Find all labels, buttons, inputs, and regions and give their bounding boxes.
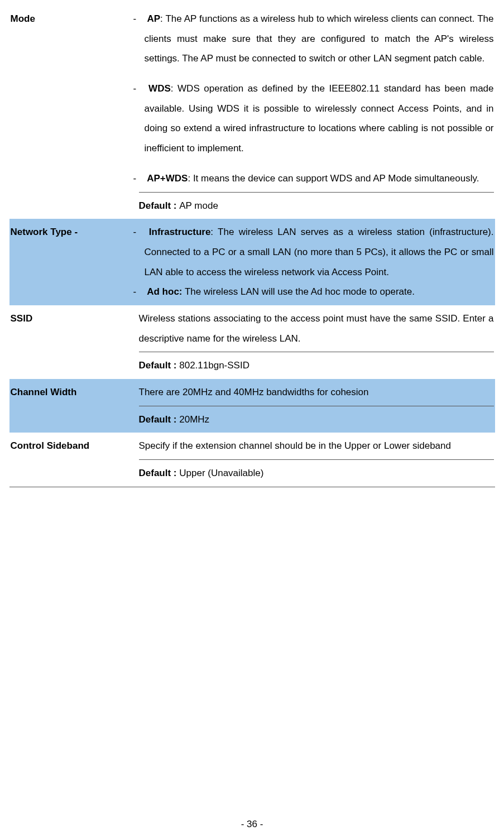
ssid-default: Default : 802.11bgn-SSID [139,356,494,376]
chwidth-text: There are 20MHz and 40MHz bandwidths for… [139,382,494,402]
default-label: Default : [139,200,180,211]
default-label: Default : [139,468,180,478]
network-adhoc-bold: Ad hoc: [147,286,182,297]
mode-ap-bold: AP [147,13,160,24]
bullet-dash: - [139,282,145,302]
mode-apwds-item: - AP+WDS: It means the device can suppor… [139,169,494,189]
mode-default: Default : AP mode [139,196,494,216]
network-infra-item: - Infrastructure: The wireless LAN serve… [139,222,494,282]
chwidth-default: Default : 20MHz [139,410,494,430]
row-channel-width: Channel Width There are 20MHz and 40MHz … [9,379,495,433]
divider [139,459,494,460]
bullet-dash: - [139,9,145,29]
label-ssid: SSID [9,305,138,379]
mode-apwds-bold: AP+WDS [147,173,188,184]
settings-table: Mode - AP: The AP functions as a wireles… [9,6,495,487]
page-container: Mode - AP: The AP functions as a wireles… [0,6,504,840]
bullet-dash: - [139,79,145,99]
label-mode: Mode [9,6,138,219]
bullet-dash: - [139,222,145,242]
mode-ap-text: : The AP functions as a wireless hub to … [145,13,494,64]
mode-ap-item: - AP: The AP functions as a wireless hub… [139,9,494,69]
sideband-default: Default : Upper (Unavailable) [139,463,494,483]
default-value: Upper (Unavailable) [179,468,263,478]
default-value: 802.11bgn-SSID [179,360,249,371]
row-control-sideband: Control Sideband Specify if the extensio… [9,433,495,487]
default-value: 20MHz [179,414,209,425]
desc-network-type: - Infrastructure: The wireless LAN serve… [138,219,495,305]
network-infra-bold: Infrastructure [149,227,211,237]
bullet-dash: - [139,169,145,189]
network-adhoc-text: The wireless LAN will use the Ad hoc mod… [183,286,415,297]
mode-wds-bold: WDS [148,83,171,94]
desc-mode: - AP: The AP functions as a wireless hub… [138,6,495,219]
page-number: - 36 - [0,819,504,830]
desc-control-sideband: Specify if the extension channel should … [138,433,495,487]
ssid-text: Wireless stations associating to the acc… [139,309,494,348]
row-network-type: Network Type - - Infrastructure: The wir… [9,219,495,305]
default-label: Default : [139,360,180,371]
label-channel-width: Channel Width [9,379,138,433]
network-adhoc-item: - Ad hoc: The wireless LAN will use the … [139,282,494,302]
default-label: Default : [139,414,180,425]
divider [139,192,494,193]
mode-wds-item: - WDS: WDS operation as defined by the I… [139,79,494,159]
row-ssid: SSID Wireless stations associating to th… [9,305,495,379]
label-control-sideband: Control Sideband [9,433,138,487]
default-value: AP mode [179,200,218,211]
label-network-type: Network Type - [9,219,138,305]
mode-wds-text: : WDS operation as defined by the IEEE80… [145,83,494,153]
sideband-text: Specify if the extension channel should … [139,436,494,456]
mode-apwds-text: : It means the device can support WDS an… [188,173,479,184]
divider [139,352,494,352]
row-mode: Mode - AP: The AP functions as a wireles… [9,6,495,219]
divider [139,406,494,406]
desc-channel-width: There are 20MHz and 40MHz bandwidths for… [138,379,495,433]
desc-ssid: Wireless stations associating to the acc… [138,305,495,379]
